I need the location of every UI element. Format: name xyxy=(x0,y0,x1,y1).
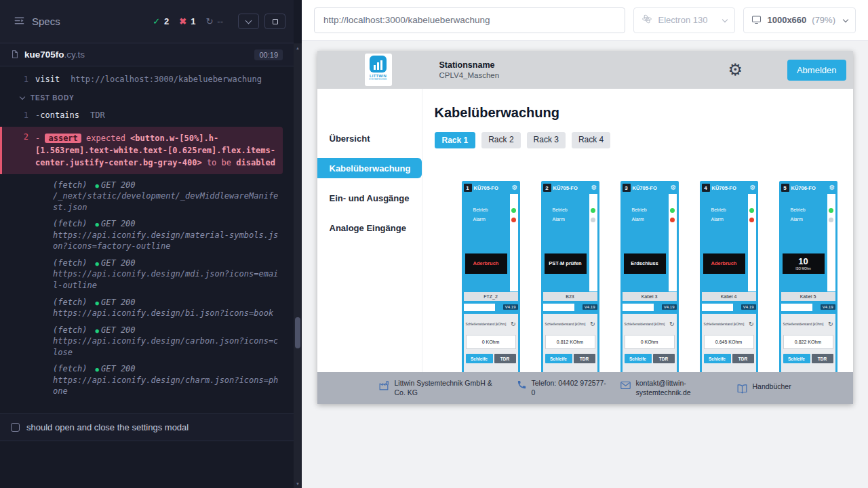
command-number: 2 xyxy=(2,132,35,169)
sidebar-item-kabelüberwachung[interactable]: Kabelüberwachung xyxy=(317,158,422,178)
spare-field xyxy=(464,304,495,311)
sidebar-item-analoge-eingänge[interactable]: Analoge Eingänge xyxy=(317,218,422,238)
fetch-log-entry[interactable]: (fetch)●GET 200https://api.iconify.desig… xyxy=(53,325,283,359)
fetch-status: GET 200 xyxy=(101,219,136,228)
fetch-log-entry[interactable]: (fetch)●GET 200https://api.iconify.desig… xyxy=(53,258,283,291)
tdr-button[interactable]: TDR xyxy=(732,354,754,363)
status-text: Aderbruch xyxy=(472,261,500,266)
collapse-all-button[interactable] xyxy=(238,14,259,29)
command-visit[interactable]: 1 visithttp://localhost:3000/kabelueberw… xyxy=(0,72,294,87)
fetch-log-entry[interactable]: (fetch)●GET 200https://api.iconify.desig… xyxy=(53,218,283,252)
device-settings-gear-icon[interactable]: ⚙ xyxy=(591,184,597,191)
viewport-icon xyxy=(751,14,762,26)
app-under-test: LITTWIN SYSTEMTECHNIK Stationsname CPLV4… xyxy=(317,51,853,404)
command-name: visit xyxy=(35,75,60,84)
device-cards: 1KÜ705-FO⚙BetriebAlarmAderbruchFTZ_2V4.1… xyxy=(462,181,848,372)
url-input[interactable]: http://localhost:3000/kabelueberwachung xyxy=(314,7,625,33)
tdr-button[interactable]: TDR xyxy=(653,354,675,363)
spec-file-row[interactable]: kue705fo.cy.ts 00:19 xyxy=(0,43,294,66)
test-body-toggle[interactable]: TEST BODY xyxy=(0,87,294,108)
specs-menu[interactable]: Specs xyxy=(14,15,60,28)
fetch-log-entry[interactable]: (fetch)●GET 200https://api.iconify.desig… xyxy=(53,297,283,319)
cable-name-field[interactable]: Kabel 3 xyxy=(623,292,677,301)
scroll-down-arrow[interactable]: ▼ xyxy=(294,479,302,488)
stop-run-button[interactable] xyxy=(264,14,285,29)
tdr-button[interactable]: TDR xyxy=(494,354,516,363)
refresh-icon[interactable]: ↻ xyxy=(749,321,754,327)
scrollbar-track[interactable] xyxy=(294,52,302,479)
device-settings-gear-icon[interactable]: ⚙ xyxy=(829,184,835,191)
sidebar-item-übersicht[interactable]: Übersicht xyxy=(317,128,422,148)
logout-button[interactable]: Abmelden xyxy=(787,60,846,81)
tab-rack-1[interactable]: Rack 1 xyxy=(435,132,476,148)
assert-expected-state: disabled xyxy=(236,158,275,167)
viewport-selector[interactable]: 1000x660 (79%) xyxy=(743,7,856,33)
fetch-log-entry[interactable]: (fetch)●GET 200https://api.iconify.desig… xyxy=(53,363,283,397)
viewport-size: 1000x660 xyxy=(767,15,806,25)
cable-name-field[interactable]: B23 xyxy=(543,292,597,301)
fetch-status: GET 200 xyxy=(101,364,136,373)
tdr-button[interactable]: TDR xyxy=(812,354,833,363)
failed-assert-command[interactable]: 2 - assert expected <button.w-[50%].h-[1… xyxy=(0,127,283,174)
fetch-url: https://api.iconify.design/carbon.json?i… xyxy=(53,336,283,358)
alarm-label: Alarm xyxy=(473,217,486,222)
settings-gear-icon[interactable]: ⚙ xyxy=(728,62,743,78)
station-label: Stationsname xyxy=(439,60,500,70)
status-value: 10 xyxy=(798,257,808,266)
firmware-version: V4.19 xyxy=(821,304,835,310)
fetch-log-entry[interactable]: (fetch)●GET 200/_next/static/development… xyxy=(53,180,283,214)
cable-name-field[interactable]: Kabel 4 xyxy=(702,292,756,301)
loop-resistance-label: Schleifenwiderstand [kOhm] xyxy=(466,323,507,326)
betrieb-led xyxy=(670,208,675,213)
tdr-button[interactable]: TDR xyxy=(574,354,595,363)
device-settings-gear-icon[interactable]: ⚙ xyxy=(750,184,756,191)
stat-passed: ✓2 xyxy=(153,16,169,26)
command-contains[interactable]: 1 -containsTDR xyxy=(0,108,294,123)
command-name: contains xyxy=(40,110,79,120)
schleife-button[interactable]: Schleife xyxy=(783,354,810,363)
browser-toolbar: http://localhost:3000/kabelueberwachung … xyxy=(302,0,868,41)
cypress-reporter: Specs ✓2 ✖1 ↻-- kue705fo.cy.ts 00:19 1 v… xyxy=(0,0,294,488)
fetch-url: https://api.iconify.design/material-symb… xyxy=(53,230,283,252)
refresh-icon: ↻ xyxy=(205,16,213,26)
tab-rack-4[interactable]: Rack 4 xyxy=(572,132,610,148)
tab-rack-3[interactable]: Rack 3 xyxy=(527,132,566,148)
url-text: http://localhost:3000/kabelueberwachung xyxy=(323,15,490,25)
sidebar-item-ein-und-ausgänge[interactable]: Ein- und Ausgänge xyxy=(317,188,422,208)
refresh-icon[interactable]: ↻ xyxy=(828,321,833,327)
reporter-scrollbar[interactable]: ▲ ▼ xyxy=(294,0,302,488)
schleife-button[interactable]: Schleife xyxy=(704,354,731,363)
test-box-icon xyxy=(11,423,20,432)
browser-selector[interactable]: Electron 130 xyxy=(633,7,735,33)
device-settings-gear-icon[interactable]: ⚙ xyxy=(512,184,518,191)
firmware-version: V4.19 xyxy=(741,304,756,310)
refresh-icon[interactable]: ↻ xyxy=(511,321,516,327)
refresh-icon[interactable]: ↻ xyxy=(590,321,595,327)
cable-name-field[interactable]: FTZ_2 xyxy=(464,292,518,301)
status-text: Aderbruch xyxy=(710,261,738,266)
led-strip xyxy=(669,194,677,291)
device-settings-gear-icon[interactable]: ⚙ xyxy=(671,184,677,191)
fetch-url: https://api.iconify.design/bi.json?icons… xyxy=(53,308,283,319)
command-number: 1 xyxy=(0,74,35,85)
alarm-led xyxy=(829,218,833,222)
app-footer: Littwin Systemtechnik GmbH & Co. KGTelef… xyxy=(317,372,853,404)
alarm-label: Alarm xyxy=(553,217,565,222)
chevron-down-icon xyxy=(245,17,252,24)
browser-pane: http://localhost:3000/kabelueberwachung … xyxy=(302,0,868,488)
betrieb-led xyxy=(829,208,833,213)
schleife-button[interactable]: Schleife xyxy=(545,354,572,363)
fetch-status: GET 200 xyxy=(101,258,136,268)
tab-rack-2[interactable]: Rack 2 xyxy=(481,132,520,148)
device-model: KÜ705-FO xyxy=(712,185,748,191)
cable-name-field[interactable]: Kabel 5 xyxy=(781,292,835,301)
scrollbar-thumb[interactable] xyxy=(295,317,300,348)
next-test-row[interactable]: should open and close the settings modal xyxy=(0,413,294,441)
schleife-button[interactable]: Schleife xyxy=(625,354,652,363)
check-icon: ✓ xyxy=(153,16,160,26)
scroll-up-arrow[interactable]: ▲ xyxy=(294,43,302,52)
betrieb-label: Betrieb xyxy=(553,207,568,212)
schleife-button[interactable]: Schleife xyxy=(466,354,493,363)
betrieb-led xyxy=(511,208,516,213)
refresh-icon[interactable]: ↻ xyxy=(669,321,675,327)
